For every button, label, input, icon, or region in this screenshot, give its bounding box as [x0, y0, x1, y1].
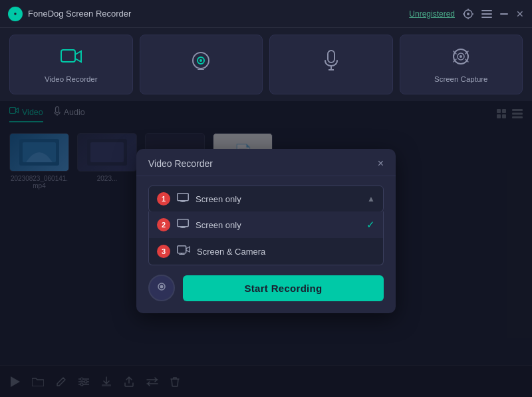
record-icon-button[interactable]: [148, 275, 175, 301]
svg-point-48: [160, 285, 164, 289]
modal-title: Video Recorder: [148, 158, 213, 169]
main-area: Video Recorder: [0, 28, 532, 397]
content-area: Video Audio: [0, 101, 532, 397]
svg-rect-45: [178, 219, 189, 227]
title-bar-actions: Unregistered ✕: [409, 9, 524, 19]
check-icon: ✓: [366, 219, 375, 231]
video-recorder-icon: [61, 48, 82, 70]
svg-rect-6: [481, 10, 492, 11]
card-webcam[interactable]: [140, 35, 263, 94]
audio-icon: [324, 50, 338, 76]
video-recorder-label: Video Recorder: [45, 75, 98, 83]
app-title: FoneDog Screen Recorder: [28, 9, 409, 19]
dropdown-badge-3: 3: [157, 245, 170, 258]
svg-rect-8: [481, 17, 492, 18]
modal-overlay: Video Recorder × 1 Screen only: [0, 101, 532, 397]
screen-icon-selected: [177, 193, 189, 205]
dropdown-selected[interactable]: 1 Screen only ▲: [148, 186, 384, 212]
video-recorder-modal: Video Recorder × 1 Screen only: [136, 149, 396, 313]
svg-point-13: [200, 59, 202, 62]
dropdown-item-screen-only[interactable]: 2 Screen only ✓: [149, 211, 383, 238]
screen-camera-icon: [177, 245, 190, 257]
svg-point-21: [460, 55, 462, 58]
dropdown-selected-label: Screen only: [196, 194, 360, 204]
screen-capture-label: Screen Capture: [434, 75, 488, 83]
svg-point-1: [467, 13, 469, 15]
cards-row: Video Recorder: [0, 28, 532, 101]
unregistered-link[interactable]: Unregistered: [409, 9, 455, 19]
svg-rect-15: [198, 69, 204, 70]
screen-capture-icon: [451, 48, 471, 70]
camera-icon: [156, 282, 168, 294]
svg-rect-46: [178, 246, 186, 253]
screen-icon-option1: [177, 219, 189, 231]
card-audio[interactable]: [269, 35, 393, 94]
app-logo: [8, 7, 23, 21]
svg-rect-44: [178, 194, 189, 201]
card-video-recorder[interactable]: Video Recorder: [9, 35, 133, 94]
webcam-icon: [192, 51, 210, 74]
dropdown-badge-2: 2: [157, 218, 170, 231]
svg-rect-9: [500, 13, 508, 15]
title-bar: FoneDog Screen Recorder Unregistered ✕: [0, 0, 532, 28]
modal-close-button[interactable]: ×: [378, 158, 384, 169]
dropdown-item-screen-camera[interactable]: 3 Screen & Camera: [149, 238, 383, 265]
dropdown-badge-1: 1: [157, 192, 170, 205]
svg-rect-7: [481, 13, 492, 15]
modal-bottom: Start Recording: [136, 265, 396, 313]
chevron-up-icon: ▲: [367, 194, 375, 203]
modal-header: Video Recorder ×: [136, 149, 396, 176]
dropdown-option2-label: Screen & Camera: [197, 247, 375, 257]
card-screen-capture[interactable]: Screen Capture: [400, 35, 523, 94]
svg-rect-10: [61, 50, 75, 62]
start-recording-button[interactable]: Start Recording: [183, 275, 384, 301]
minimize-icon[interactable]: [500, 13, 508, 15]
close-icon[interactable]: ✕: [516, 9, 524, 19]
dropdown-list: 2 Screen only ✓ 3: [148, 211, 384, 265]
svg-rect-16: [328, 51, 334, 63]
target-icon[interactable]: [463, 9, 473, 19]
dropdown-wrapper: 1 Screen only ▲ 2: [148, 186, 384, 265]
menu-icon[interactable]: [481, 10, 492, 18]
dropdown-option1-label: Screen only: [196, 220, 360, 230]
